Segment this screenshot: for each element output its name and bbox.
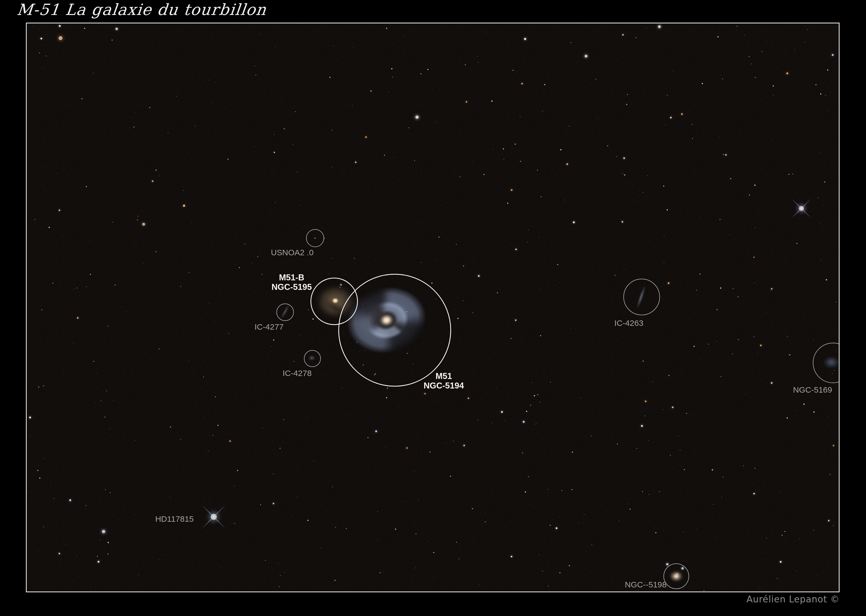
annotation-circle-ngc--5198: [663, 563, 689, 589]
annotation-circle-m51-ngc5194: [338, 274, 451, 387]
photo-frame: USNOA2 .0M51-BNGC-5195IC-4277IC-4278M51N…: [26, 23, 839, 592]
credit-signature: Aurélien Lepanot ©: [746, 594, 840, 605]
annotation-label-m51-ngc5194: M51NGC-5194: [424, 371, 464, 390]
sky-area: USNOA2 .0M51-BNGC-5195IC-4277IC-4278M51N…: [27, 24, 839, 591]
annotation-label-usnoa2-0: USNOA2 .0: [271, 248, 314, 257]
annotation-circle-ic-4278: [304, 350, 321, 367]
annotation-circle-usnoa2-0: [306, 229, 324, 247]
image-title: M-51 La galaxie du tourbillon: [16, 0, 268, 19]
annotation-label-ic-4263: IC-4263: [614, 318, 644, 328]
annotation-label-ic-4277: IC-4277: [255, 322, 284, 332]
annotation-label-ngc-5169: NGC-5169: [793, 385, 832, 394]
annotation-circle-ic-4277: [276, 303, 294, 321]
annotation-label-m51b-ngc5195: M51-BNGC-5195: [271, 273, 312, 292]
astro-poster: M-51 La galaxie du tourbillon USNOA2 .0M…: [0, 0, 866, 616]
annotation-label-ngc--5198: NGC--5198: [625, 580, 666, 589]
annotation-circle-ic-4263: [624, 279, 660, 315]
annotation-label-ic-4278: IC-4278: [283, 368, 312, 378]
annotation-label-hd117815: HD117815: [155, 514, 194, 524]
